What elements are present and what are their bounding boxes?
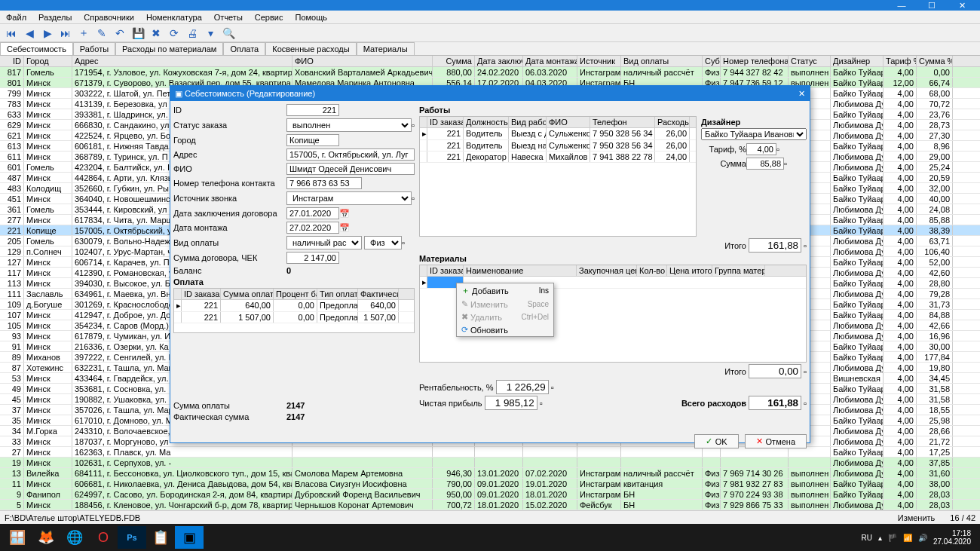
work-row[interactable]: 221ВодительВыезд наСульженко7 950 328 56… — [420, 140, 696, 152]
window-close[interactable]: ✕ — [947, 1, 977, 11]
tab-2[interactable]: Расходы по материалам — [115, 42, 223, 55]
table-row[interactable]: 9Фанипол624997, г. Сасово, ул. Бородинск… — [0, 489, 980, 500]
wc5[interactable]: Телефон — [590, 117, 655, 127]
col-city[interactable]: Город — [24, 56, 72, 66]
cal1-icon[interactable]: 📅 — [339, 209, 350, 219]
table-row[interactable]: 5Минск188456, г. Кленовое, ул. Чонгарски… — [0, 500, 980, 510]
oc5[interactable]: Фактическ — [358, 289, 399, 299]
nav-first-icon[interactable]: ⏮ — [5, 26, 18, 40]
col-stat[interactable]: Статус — [789, 56, 831, 66]
col-addr[interactable]: Адрес — [72, 56, 292, 66]
fld-id[interactable] — [286, 104, 339, 116]
tray-lang[interactable]: RU — [861, 534, 871, 542]
app1-icon[interactable]: 📋 — [146, 526, 175, 549]
tray-vol-icon[interactable]: 🔊 — [918, 534, 927, 542]
opl-row[interactable]: 2211 507,000,00Предоплат1 507,00 — [174, 312, 414, 323]
oc1[interactable]: ID заказа — [182, 289, 221, 299]
cal2-icon[interactable]: 📅 — [339, 223, 350, 233]
find-icon[interactable]: 🔍 — [222, 26, 235, 40]
fld-addr[interactable] — [286, 148, 415, 161]
ok-button[interactable]: OK — [694, 434, 739, 448]
mc1[interactable]: ID заказа — [427, 265, 464, 276]
mc2[interactable]: Наименование — [464, 265, 577, 276]
table-row[interactable]: 19Минск102631, г. Серпухов, ул. -Любимов… — [0, 458, 980, 468]
menu-Разделы[interactable]: Разделы — [32, 13, 78, 22]
refresh-icon[interactable]: ⟳ — [167, 26, 181, 40]
mc3[interactable]: Закупочная цена — [577, 265, 637, 276]
col-fio[interactable]: ФИО — [292, 56, 433, 66]
wc1[interactable]: ID заказа — [427, 117, 464, 127]
col-d1[interactable]: Дата заключ — [475, 56, 523, 66]
wc4[interactable]: ФИО — [547, 117, 590, 127]
add-icon[interactable]: ＋ — [77, 26, 90, 40]
menu-Отчеты[interactable]: Отчеты — [208, 13, 249, 22]
mc5[interactable]: Цена итого — [667, 265, 712, 276]
table-row[interactable]: 13Вилейка684111, г. Бессоновка, ул. Циол… — [0, 468, 980, 479]
tab-5[interactable]: Материалы — [357, 42, 415, 55]
src-btn[interactable]: ▫ — [412, 194, 415, 203]
window-min[interactable]: — — [887, 1, 917, 10]
col-pay[interactable]: Вид оплаты — [621, 56, 703, 66]
col-phone[interactable]: Номер телефона — [721, 56, 789, 66]
fld-pay[interactable]: наличный рассчёт — [286, 236, 362, 249]
tab-4[interactable]: Косвенные расходы — [265, 42, 356, 55]
app2-icon[interactable]: ▣ — [175, 526, 204, 549]
tray-up-icon[interactable]: ▴ — [878, 534, 882, 542]
wc2[interactable]: Должность — [464, 117, 509, 127]
nav-next-icon[interactable]: ▶ — [41, 26, 54, 40]
work-row[interactable]: ▸221ВодительВыезд с дСульженко7 950 328 … — [420, 128, 696, 140]
fld-d1[interactable] — [286, 207, 339, 219]
fld-city[interactable] — [286, 134, 339, 146]
col-d2[interactable]: Дата монтажа — [523, 56, 577, 66]
tab-1[interactable]: Работы — [73, 42, 115, 55]
wc3[interactable]: Вид работ — [509, 117, 547, 127]
col-sp[interactable]: Сумма % — [917, 56, 953, 66]
save-icon[interactable]: 💾 — [131, 26, 145, 40]
fld-fio[interactable] — [286, 163, 415, 175]
fld-phone[interactable] — [286, 177, 362, 189]
nav-prev-icon[interactable]: ◀ — [23, 26, 36, 40]
pay-btn[interactable]: ▫ — [402, 238, 405, 247]
tray-flag-icon[interactable]: 🏴 — [888, 534, 897, 542]
status-btn[interactable]: ▫ — [412, 121, 415, 130]
col-tar[interactable]: Тариф % — [884, 56, 917, 66]
ps-icon[interactable]: Ps — [118, 526, 146, 549]
menu-Файл[interactable]: Файл — [0, 13, 32, 22]
menu-Номенклатура[interactable]: Номенклатура — [140, 13, 208, 22]
wc6[interactable]: Расходы — [655, 117, 690, 127]
opl-row[interactable]: ▸221640,000,00Предоплат640,00 — [174, 300, 414, 312]
dialog-close-icon[interactable]: ✕ — [798, 89, 805, 99]
tab-3[interactable]: Оплата — [223, 42, 265, 55]
cancel-button[interactable]: Отмена — [745, 434, 807, 448]
table-row[interactable]: 817Гомель171954, г. Узловое, ул. Кожухов… — [0, 67, 980, 78]
opera-icon[interactable]: O — [89, 526, 118, 549]
fld-wsum[interactable] — [746, 158, 784, 170]
tray-clock[interactable]: 17:1827.04.2020 — [933, 529, 971, 546]
fld-sum[interactable] — [286, 252, 339, 264]
tab-0[interactable]: Себестоимость — [0, 42, 73, 55]
col-sub[interactable]: Суб — [703, 56, 721, 66]
window-max[interactable]: ☐ — [917, 1, 947, 11]
nav-last-icon[interactable]: ⏭ — [59, 26, 72, 40]
chrome-icon[interactable]: 🌐 — [60, 526, 89, 549]
tray-net-icon[interactable]: 📶 — [903, 534, 912, 542]
col-sum[interactable]: Сумма — [433, 56, 475, 66]
start-icon[interactable]: 🪟 — [3, 526, 32, 549]
menu-Сервис[interactable]: Сервис — [249, 13, 289, 22]
print-icon[interactable]: 🖨 — [185, 26, 199, 40]
delete-icon[interactable]: ✖ — [149, 26, 163, 40]
work-row[interactable]: 221ДекораторНавеска ЕМихайлов Са7 941 38… — [420, 152, 696, 163]
col-src[interactable]: Источник — [577, 56, 621, 66]
col-id[interactable]: ID — [0, 56, 24, 66]
table-row[interactable]: 11Минск606681, г. Николаевка, ул. Дениса… — [0, 479, 980, 489]
fld-sub[interactable]: Физ — [364, 236, 402, 249]
mc6[interactable]: Группа матери — [712, 265, 765, 276]
fld-status[interactable]: выполнен — [286, 118, 412, 132]
fld-d2[interactable] — [286, 222, 339, 234]
menu-Справочники[interactable]: Справочники — [78, 13, 140, 22]
oc4[interactable]: Тип оплат — [317, 289, 358, 299]
edit-icon[interactable]: ✎ — [95, 26, 109, 40]
fld-designer[interactable]: Байко Туйаара Ивановн — [701, 128, 807, 140]
fld-tarif[interactable] — [746, 143, 776, 155]
oc3[interactable]: Процент ба — [274, 289, 317, 299]
